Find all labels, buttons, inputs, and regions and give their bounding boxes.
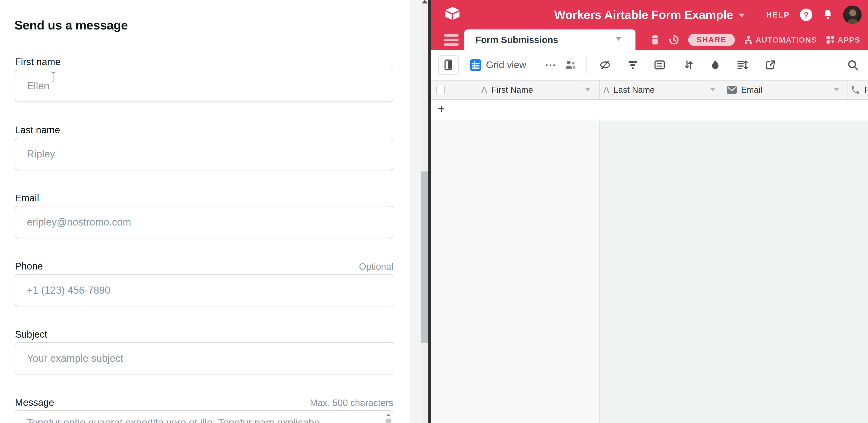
toolbar-divider [587, 57, 587, 73]
view-toolbar: Grid view ⋯ [431, 50, 868, 80]
viewsbar-right-cluster: SHARE AUTOMATIONS [650, 29, 860, 50]
chevron-down-icon[interactable] [833, 88, 839, 91]
help-menu[interactable]: HELP [766, 10, 790, 19]
last-name-label: Last name [15, 124, 60, 135]
column-header-last-name[interactable]: A Last Name [603, 81, 655, 99]
frozen-column-divider [599, 121, 599, 423]
column-name: Phone [865, 85, 868, 95]
column-header-row: A First Name A Last Name Email [431, 80, 868, 100]
apps-button[interactable]: APPS [826, 35, 860, 44]
topbar-right-cluster: HELP ? [766, 0, 862, 29]
page-title: Send us a message [14, 18, 128, 32]
column-header-first-name[interactable]: A First Name [481, 81, 533, 99]
email-label: Email [15, 193, 39, 204]
select-all-checkbox[interactable] [436, 86, 445, 94]
contact-form-pane: Send us a message First name Last name E… [0, 0, 410, 423]
single-line-text-field-icon: A [603, 85, 610, 95]
search-icon [847, 59, 859, 71]
phone-optional-hint: Optional [15, 262, 393, 272]
add-record-plus-icon[interactable]: + [438, 101, 445, 116]
pane-gutter [410, 0, 421, 423]
automations-label: AUTOMATIONS [755, 35, 817, 44]
screen: Send us a message First name Last name E… [0, 0, 868, 423]
panel-toggle-icon [444, 59, 452, 70]
column-header-phone[interactable]: Phone [850, 81, 868, 99]
sort-button[interactable] [683, 50, 694, 80]
message-scrollbar-thumb[interactable] [386, 419, 391, 423]
chevron-down-icon[interactable] [710, 88, 716, 91]
view-name[interactable]: Grid view [486, 50, 526, 80]
search-button[interactable] [847, 50, 859, 80]
row-height-button[interactable] [737, 50, 748, 80]
notifications-bell-icon[interactable] [823, 9, 833, 21]
first-name-label: First name [15, 56, 61, 67]
message-placeholder: Tenetur optio quaerat expedita vero et i… [27, 417, 320, 423]
share-view-button[interactable] [765, 50, 776, 80]
column-name: First Name [492, 85, 533, 95]
trash-icon[interactable] [650, 34, 660, 45]
filter-button[interactable] [627, 50, 638, 80]
phone-field-icon [850, 85, 860, 95]
automations-icon [744, 35, 753, 44]
apps-label: APPS [837, 35, 860, 44]
people-icon [564, 58, 577, 71]
share-view-icon [765, 59, 776, 70]
text-cursor-ibeam [51, 72, 56, 82]
apps-icon [826, 35, 835, 44]
first-name-input[interactable] [15, 70, 393, 102]
chevron-down-icon[interactable] [585, 88, 591, 91]
base-title: Workers Airtable Form Example [554, 8, 733, 22]
collaborators-button[interactable] [564, 50, 577, 80]
phone-input[interactable] [15, 274, 393, 306]
group-button[interactable] [654, 50, 665, 80]
subject-label: Subject [15, 329, 47, 340]
table-tab-form-submissions[interactable]: Form Submissions [464, 29, 636, 50]
user-avatar[interactable] [843, 5, 862, 24]
grid-view-icon[interactable] [470, 59, 482, 71]
sort-icon [683, 59, 694, 71]
last-name-input[interactable] [15, 138, 393, 170]
history-icon[interactable] [669, 34, 679, 46]
color-drop-icon [710, 59, 720, 71]
column-name: Last Name [614, 85, 655, 95]
sidebar-menu-icon[interactable] [444, 29, 459, 50]
view-sidebar-toggle-button[interactable] [438, 55, 459, 74]
automations-button[interactable]: AUTOMATIONS [744, 35, 817, 44]
message-textarea[interactable]: Tenetur optio quaerat expedita vero et i… [15, 410, 393, 423]
color-button[interactable] [710, 50, 720, 80]
airtable-pane: Workers Airtable Form Example HELP ? [431, 0, 868, 423]
table-tab-label: Form Submissions [475, 35, 558, 45]
help-question-icon[interactable]: ? [800, 8, 812, 21]
chevron-down-icon [739, 13, 745, 18]
column-name: Email [741, 85, 763, 95]
filter-icon [627, 59, 638, 71]
scroll-up-arrow-icon[interactable] [386, 414, 391, 416]
message-maxchars-hint: Max. 500 characters [15, 398, 393, 408]
grid-empty-area-right [599, 121, 868, 423]
single-line-text-field-icon: A [481, 85, 487, 95]
window-edge-divider [428, 0, 431, 423]
scrollbar-up-arrow-icon[interactable] [422, 0, 428, 3]
grid-empty-area-left [431, 121, 599, 423]
email-input[interactable] [15, 206, 393, 238]
airtable-viewsbar: Form Submissions SHARE [431, 29, 868, 50]
share-button[interactable]: SHARE [688, 34, 735, 46]
airtable-topbar: Workers Airtable Form Example HELP ? [431, 0, 868, 29]
view-options-ellipsis[interactable]: ⋯ [545, 50, 556, 80]
add-record-row[interactable]: + [431, 100, 868, 121]
hide-fields-button[interactable] [599, 50, 611, 80]
row-height-icon [737, 59, 748, 71]
message-scrollbar[interactable] [385, 412, 392, 423]
subject-input[interactable] [15, 342, 393, 374]
hide-fields-icon [599, 59, 611, 71]
group-icon [654, 59, 665, 71]
column-header-email[interactable]: Email [727, 81, 763, 99]
email-field-icon [727, 86, 737, 94]
page-scrollbar-thumb[interactable] [421, 172, 428, 343]
chevron-down-icon [616, 37, 621, 41]
